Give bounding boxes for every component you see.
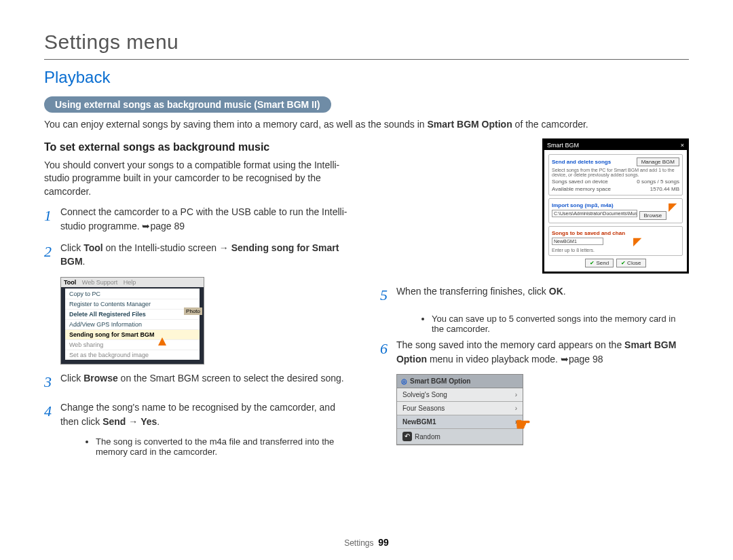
browse-button: Browse xyxy=(639,211,667,220)
divider xyxy=(44,59,689,60)
section-title: Playback xyxy=(44,68,689,87)
step-6: 6 The song saved into the memory card ap… xyxy=(380,338,689,366)
step-4-note: The song is converted to the m4a file an… xyxy=(69,436,353,457)
close-button: Close xyxy=(616,259,645,267)
chevron-right-icon: › xyxy=(515,391,517,398)
step-5-note: You can save up to 5 converted songs int… xyxy=(405,314,689,334)
sub-heading: To set external songs as background musi… xyxy=(44,141,353,153)
breadcrumb: Settings menu xyxy=(44,31,689,54)
chevron-right-icon: › xyxy=(515,405,517,412)
step-1: 1 Connect the camcorder to a PC with the… xyxy=(44,205,353,233)
screenshot-smart-bgm: Smart BGM× Send and delete songs Manage … xyxy=(542,138,689,274)
step-5: 5 When the transferring finishes, click … xyxy=(380,284,689,306)
close-icon: × xyxy=(681,142,684,149)
convert-note: You should convert your songs to a compa… xyxy=(44,159,353,199)
step-4: 4 Change the song's name to be recognise… xyxy=(44,400,353,428)
intro-text: You can enjoy external songs by saving t… xyxy=(44,118,689,132)
back-icon: ↶ xyxy=(402,432,412,441)
step-2: 2 Click Tool on the Intelli-studio scree… xyxy=(44,241,353,269)
screenshot-tool-menu: Tool Web Support Help Copy to PC Registe… xyxy=(60,277,204,365)
pointer-icon: ◤ xyxy=(669,200,677,213)
pointer-icon: ◤ xyxy=(633,235,641,248)
topic-pill: Using external songs as background music… xyxy=(44,96,331,113)
page-footer: Settings 99 xyxy=(0,537,733,548)
pointer-icon xyxy=(158,337,166,346)
list-item-selected: NewBGM1› ☛ xyxy=(397,415,523,429)
step-3: 3 Click Browse on the Smart BGM screen t… xyxy=(44,371,353,393)
send-button: Send xyxy=(585,259,614,267)
menu-item-sending-song: Sending song for Smart BGM xyxy=(65,329,200,339)
screenshot-bgm-option: Smart BGM Option Solveig's Song› Four Se… xyxy=(396,374,523,445)
manage-bgm-button: Manage BGM xyxy=(637,157,679,166)
